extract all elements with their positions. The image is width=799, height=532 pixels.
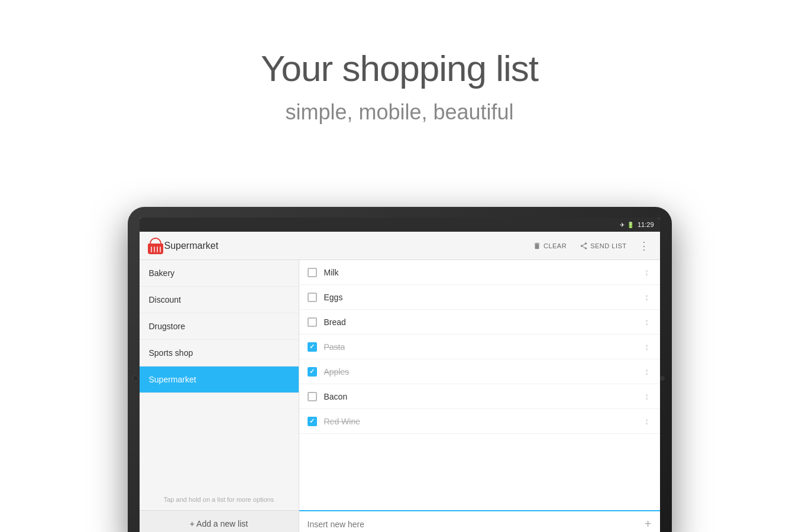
trash-icon [533, 242, 541, 250]
item-checkbox[interactable] [308, 417, 317, 426]
status-bar: ✈ 🔋 11:29 [140, 218, 660, 232]
status-icons: ✈ 🔋 [620, 222, 634, 228]
insert-add-button[interactable]: + [640, 517, 652, 531]
drag-handle-icon[interactable]: ↕ [642, 416, 652, 427]
list-item: Apples↕ [299, 359, 660, 384]
hero-title: Your shopping list [0, 47, 799, 89]
add-new-list-button[interactable]: + Add a new list [140, 510, 299, 532]
main-list: Milk↕Eggs↕Bread↕Pasta↕Apples↕Bacon↕Red W… [299, 260, 660, 532]
tablet-outer: ✈ 🔋 11:29 [128, 207, 672, 532]
overflow-button[interactable]: ⋮ [635, 237, 653, 255]
app-title: Supermarket [164, 241, 528, 251]
sidebar-item-discount[interactable]: Discount [140, 287, 299, 313]
item-checkbox[interactable] [308, 342, 317, 352]
hero-section: Your shopping list simple, mobile, beaut… [0, 0, 799, 125]
item-label: Red Wine [324, 417, 642, 426]
item-label: Eggs [324, 293, 642, 302]
tablet-camera-right [660, 376, 665, 381]
sidebar-item-bakery[interactable]: Bakery [140, 260, 299, 287]
drag-handle-icon[interactable]: ↕ [642, 267, 652, 278]
status-time: 11:29 [638, 221, 654, 228]
drag-handle-icon[interactable]: ↕ [642, 391, 652, 402]
app-bar: Supermarket CLEAR SEND LIST ⋮ [140, 232, 660, 260]
sidebar-item-supermarket[interactable]: Supermarket [140, 366, 299, 393]
item-label: Milk [324, 268, 642, 277]
drag-handle-icon[interactable]: ↕ [642, 342, 652, 352]
drag-handle-icon[interactable]: ↕ [642, 366, 652, 377]
tablet-screen: ✈ 🔋 11:29 [140, 218, 660, 532]
list-item: Milk↕ [299, 260, 660, 285]
tablet-camera-left [132, 375, 138, 381]
item-checkbox[interactable] [308, 317, 317, 327]
airplane-icon: ✈ [620, 222, 625, 228]
item-label: Pasta [324, 342, 642, 352]
list-item: Bacon↕ [299, 384, 660, 409]
item-checkbox[interactable] [308, 392, 317, 401]
list-items-container: Milk↕Eggs↕Bread↕Pasta↕Apples↕Bacon↕Red W… [299, 260, 660, 510]
insert-row: + [299, 510, 660, 532]
clear-button[interactable]: CLEAR [528, 239, 571, 252]
drag-handle-icon[interactable]: ↕ [642, 292, 652, 303]
app-content: BakeryDiscountDrugstoreSports shopSuperm… [140, 260, 660, 532]
item-label: Bacon [324, 392, 642, 401]
item-checkbox[interactable] [308, 268, 317, 277]
hero-subtitle: simple, mobile, beautiful [0, 100, 799, 125]
item-checkbox[interactable] [308, 293, 317, 302]
list-item: Pasta↕ [299, 335, 660, 359]
drag-handle-icon[interactable]: ↕ [642, 317, 652, 327]
sidebar-item-sports-shop[interactable]: Sports shop [140, 340, 299, 366]
list-item: Bread↕ [299, 310, 660, 335]
basket-icon [147, 238, 164, 254]
sidebar-item-drugstore[interactable]: Drugstore [140, 313, 299, 340]
list-item: Red Wine↕ [299, 409, 660, 434]
clear-label: CLEAR [544, 242, 567, 249]
share-icon [580, 242, 588, 250]
tablet-wrapper: ✈ 🔋 11:29 [128, 207, 672, 532]
item-label: Apples [324, 367, 642, 377]
battery-icon: 🔋 [627, 222, 634, 228]
item-label: Bread [324, 317, 642, 327]
insert-input[interactable] [308, 520, 640, 529]
send-list-label: SEND LIST [590, 242, 626, 249]
send-list-button[interactable]: SEND LIST [575, 239, 631, 252]
list-item: Eggs↕ [299, 285, 660, 310]
sidebar: BakeryDiscountDrugstoreSports shopSuperm… [140, 260, 299, 532]
sidebar-hint: Tap and hold on a list for more options [140, 489, 299, 510]
item-checkbox[interactable] [308, 367, 317, 377]
sidebar-list: BakeryDiscountDrugstoreSports shopSuperm… [140, 260, 299, 489]
app-bar-actions: CLEAR SEND LIST ⋮ [528, 237, 653, 255]
